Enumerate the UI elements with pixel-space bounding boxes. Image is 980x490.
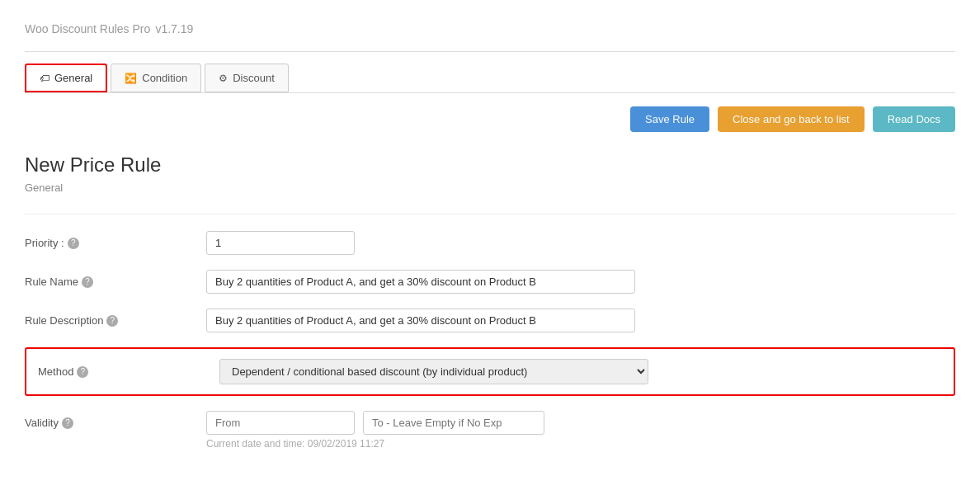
priority-label: Priority : ? bbox=[25, 231, 206, 249]
rule-desc-label: Rule Description ? bbox=[25, 309, 206, 327]
priority-field bbox=[206, 231, 955, 255]
priority-row: Priority : ? bbox=[25, 231, 955, 255]
validity-help-icon[interactable]: ? bbox=[62, 417, 73, 429]
method-help-icon[interactable]: ? bbox=[77, 366, 88, 378]
method-select[interactable]: Dependent / conditional based discount (… bbox=[219, 359, 648, 384]
priority-help-icon[interactable]: ? bbox=[68, 238, 79, 249]
tab-discount[interactable]: ⚙ Discount bbox=[205, 64, 289, 92]
validity-from-input[interactable] bbox=[206, 411, 355, 435]
tab-general-label: General bbox=[54, 72, 92, 84]
validity-label: Validity ? bbox=[25, 411, 206, 429]
form-content: New Price Rule General Priority : ? Rule… bbox=[25, 145, 955, 481]
toolbar: Save Rule Close and go back to list Read… bbox=[25, 93, 955, 145]
tab-discount-label: Discount bbox=[233, 72, 275, 84]
rule-name-help-icon[interactable]: ? bbox=[82, 276, 93, 288]
validity-to-input[interactable] bbox=[363, 411, 544, 435]
priority-input[interactable] bbox=[206, 231, 355, 255]
tab-bar: 🏷 General 🔀 Condition ⚙ Discount bbox=[25, 52, 955, 93]
rule-name-input[interactable] bbox=[206, 270, 635, 294]
general-tab-icon: 🏷 bbox=[40, 73, 49, 84]
rule-desc-field bbox=[206, 309, 955, 332]
save-rule-button[interactable]: Save Rule bbox=[630, 106, 709, 132]
read-docs-button[interactable]: Read Docs bbox=[873, 106, 955, 132]
validity-hint: Current date and time: 09/02/2019 11:27 bbox=[206, 438, 955, 450]
rule-desc-input[interactable] bbox=[206, 309, 635, 332]
rule-name-label: Rule Name ? bbox=[25, 270, 206, 288]
rule-name-field bbox=[206, 270, 955, 294]
method-field: Dependent / conditional based discount (… bbox=[219, 359, 942, 384]
validity-field: Current date and time: 09/02/2019 11:27 bbox=[206, 411, 955, 450]
close-button[interactable]: Close and go back to list bbox=[718, 106, 865, 132]
method-row: Method ? Dependent / conditional based d… bbox=[25, 347, 955, 396]
section-subtitle: General bbox=[25, 181, 955, 194]
tab-condition[interactable]: 🔀 Condition bbox=[111, 64, 201, 92]
method-label: Method ? bbox=[38, 365, 219, 378]
rule-name-row: Rule Name ? bbox=[25, 270, 955, 294]
rule-desc-help-icon[interactable]: ? bbox=[106, 315, 118, 327]
tab-general[interactable]: 🏷 General bbox=[25, 64, 107, 92]
tab-condition-label: Condition bbox=[142, 72, 187, 84]
validity-inputs bbox=[206, 411, 955, 435]
validity-row: Validity ? Current date and time: 09/02/… bbox=[25, 411, 955, 450]
discount-tab-icon: ⚙ bbox=[219, 73, 228, 84]
rule-desc-row: Rule Description ? bbox=[25, 309, 955, 332]
condition-tab-icon: 🔀 bbox=[125, 73, 137, 84]
app-title: Woo Discount Rules Pro v1.7.19 bbox=[25, 16, 955, 38]
section-title: New Price Rule bbox=[25, 153, 955, 177]
